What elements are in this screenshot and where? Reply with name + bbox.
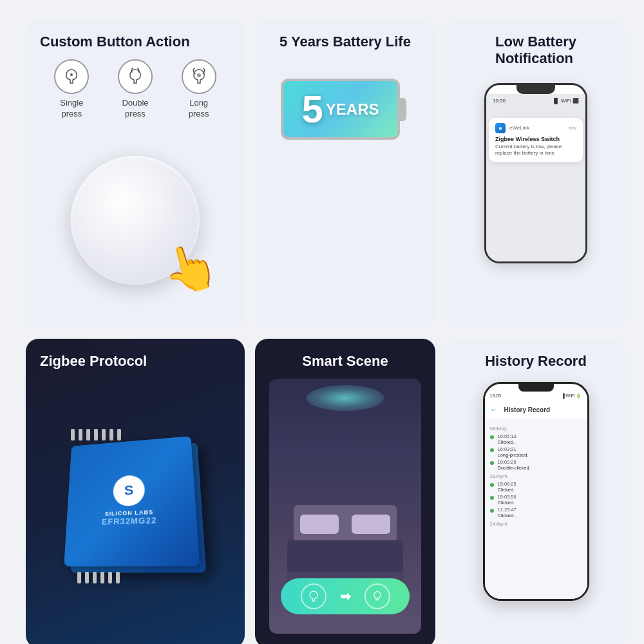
chip-area: S SILICON LABS EFR32MG22 bbox=[40, 379, 231, 634]
press-icons: Singlepress Doublepress bbox=[40, 59, 231, 120]
double-press-icon-circle bbox=[118, 59, 153, 94]
pin bbox=[108, 572, 112, 583]
double-press-svg bbox=[126, 67, 145, 86]
history-time: 16:03:26 bbox=[498, 459, 531, 465]
long-press-icon-circle bbox=[182, 59, 216, 94]
pin bbox=[85, 572, 89, 583]
history-entry-content: 16:05:13 Clicked. bbox=[495, 433, 516, 445]
history-entry: 16:05:13 Clicked. bbox=[490, 433, 582, 445]
history-entry: 15:03:56 Clicked. bbox=[490, 494, 582, 506]
svg-point-0 bbox=[70, 73, 73, 76]
button-action-title: Custom Button Action bbox=[40, 33, 231, 50]
history-entry: 16:03:26 Double-clicked. bbox=[490, 459, 582, 471]
svg-point-7 bbox=[374, 592, 380, 598]
ceiling-light-glow bbox=[307, 385, 384, 411]
history-action: Double-clicked. bbox=[498, 465, 531, 471]
chip-top-surface: S SILICON LABS EFR32MG22 bbox=[64, 436, 200, 566]
scene-arrow-icon: ➡ bbox=[340, 589, 351, 604]
long-press-label: Longpress bbox=[189, 98, 209, 120]
history-title: History Record bbox=[485, 353, 587, 370]
notif-header: e eWeLink now bbox=[495, 123, 576, 133]
main-grid: Custom Button Action Singlepress bbox=[13, 6, 631, 638]
zigbee-title: Zigbee Protocol bbox=[40, 353, 231, 370]
pin bbox=[109, 429, 113, 440]
history-date-3: 24/April. bbox=[490, 521, 582, 527]
battery-tip bbox=[399, 98, 406, 121]
smart-scene-title: Smart Scene bbox=[269, 353, 421, 370]
chip-pins-top bbox=[71, 429, 121, 440]
history-action: Clicked. bbox=[498, 439, 516, 445]
svg-rect-6 bbox=[287, 540, 403, 573]
history-header: ← History Record bbox=[485, 401, 587, 419]
history-time: 16:05:13 bbox=[498, 433, 516, 439]
pin bbox=[77, 572, 81, 583]
battery-body: 5 YEARS bbox=[281, 79, 400, 140]
svg-rect-4 bbox=[352, 515, 390, 534]
long-press-svg bbox=[189, 67, 209, 86]
history-action: Clicked. bbox=[498, 500, 516, 506]
history-time: 15:03:56 bbox=[498, 494, 516, 500]
card-battery: 5 Years Battery Life 5 YEARS bbox=[255, 19, 435, 328]
history-entry: 16:03:31 Long-pressed. bbox=[490, 446, 582, 458]
history-time: 11:23:47 bbox=[498, 507, 516, 513]
card-smart-scene: Smart Scene bbox=[255, 339, 435, 644]
notif-app-icon: e bbox=[495, 123, 506, 133]
scene-bulb-icon bbox=[365, 583, 390, 609]
card-low-battery: Low BatteryNotification 10:30 ▐▌ WiFi ⬛ … bbox=[446, 19, 626, 328]
history-dot bbox=[490, 509, 494, 513]
history-date-2: 28/April. bbox=[490, 473, 582, 479]
phone-notch bbox=[516, 85, 555, 94]
history-action: Long-pressed. bbox=[498, 452, 529, 458]
single-press-icon-circle bbox=[54, 59, 89, 94]
notif-body: Current battery is low, please replace t… bbox=[495, 144, 576, 157]
pin bbox=[100, 572, 104, 583]
history-dot bbox=[490, 496, 494, 500]
battery-years: YEARS bbox=[326, 100, 379, 118]
notif-title: Zigbee Wireless Switch bbox=[495, 136, 576, 142]
button-device-area: 👆 bbox=[40, 126, 231, 314]
chip-model: EFR32MG22 bbox=[102, 515, 157, 527]
pin bbox=[71, 429, 75, 440]
phone-signals: ▐▌ WiFi ⬛ bbox=[552, 98, 579, 104]
history-dot bbox=[490, 435, 494, 439]
history-entry-content: 16:03:26 Double-clicked. bbox=[495, 459, 531, 471]
battery-title: 5 Years Battery Life bbox=[279, 33, 411, 50]
history-screen: 16:05 ▐ WiFi 🔋 ← History Record 08/May. … bbox=[485, 392, 587, 599]
history-entry-content: 15:03:56 Clicked. bbox=[495, 494, 516, 506]
chip-logo: S bbox=[113, 475, 145, 507]
history-entry-content: 15:06:25 Clicked. bbox=[495, 481, 516, 493]
notification-card: e eWeLink now Zigbee Wireless Switch Cur… bbox=[489, 118, 583, 162]
touch-icon-svg bbox=[307, 589, 321, 603]
history-phone-notch bbox=[518, 384, 554, 392]
battery-number: 5 bbox=[301, 87, 323, 131]
pin bbox=[117, 429, 121, 440]
double-press-label: Doublepress bbox=[122, 98, 148, 120]
history-date-1: 08/May. bbox=[490, 426, 582, 431]
back-arrow-icon[interactable]: ← bbox=[490, 404, 499, 415]
scene-pill: ➡ bbox=[281, 578, 410, 614]
card-zigbee: Zigbee Protocol S SILICON LA bbox=[26, 339, 245, 644]
single-press-svg bbox=[62, 67, 81, 86]
pin bbox=[102, 429, 106, 440]
phone-screen: 10:30 ▐▌ WiFi ⬛ e eWeLink now Zigbee Wir… bbox=[486, 94, 585, 263]
history-action: Clicked. bbox=[498, 513, 516, 518]
history-entry: 11:23:47 Clicked. bbox=[490, 507, 582, 518]
history-action: Clicked. bbox=[498, 487, 516, 493]
low-battery-title: Low BatteryNotification bbox=[495, 33, 576, 68]
history-dot bbox=[490, 483, 494, 487]
pin bbox=[79, 429, 82, 440]
svg-rect-3 bbox=[300, 515, 339, 534]
bulb-icon-svg bbox=[370, 589, 384, 603]
chip-pins-bottom bbox=[77, 572, 120, 583]
history-time: 16:03:31 bbox=[498, 446, 529, 452]
battery-visual: 5 YEARS bbox=[281, 79, 410, 143]
phone-status-bar: 10:30 ▐▌ WiFi ⬛ bbox=[489, 97, 583, 105]
notif-app-name: eWeLink bbox=[509, 125, 564, 131]
history-entry: 15:06:25 Clicked. bbox=[490, 481, 582, 493]
history-entry-content: 16:03:31 Long-pressed. bbox=[495, 446, 529, 458]
history-phone-time: 16:05 bbox=[490, 393, 502, 399]
chip-container: S SILICON LABS EFR32MG22 bbox=[58, 429, 213, 583]
history-dot bbox=[490, 461, 494, 465]
press-single: Singlepress bbox=[54, 59, 89, 120]
notif-time: now bbox=[568, 126, 576, 130]
